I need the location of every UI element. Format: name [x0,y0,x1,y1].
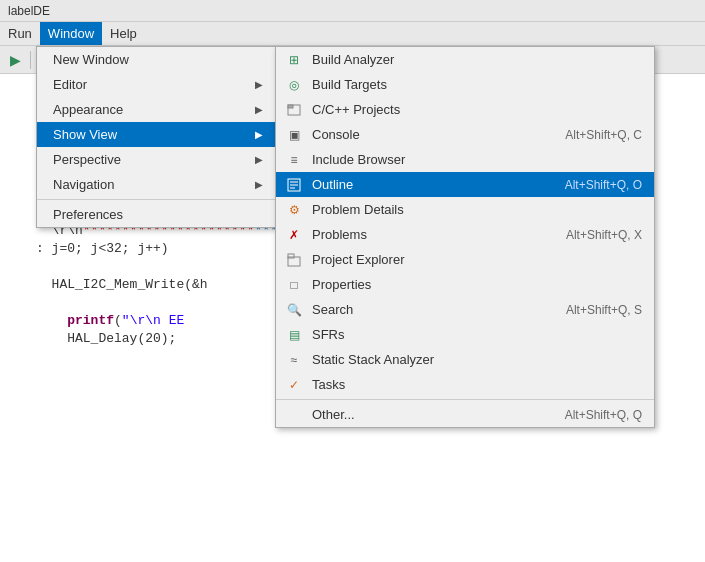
project-explorer-icon [286,252,302,268]
menu-window[interactable]: Window [40,22,102,45]
submenu-properties[interactable]: □ Properties [276,272,654,297]
menu-editor[interactable]: Editor ▶ [37,72,275,97]
static-stack-label: Static Stack Analyzer [312,352,434,367]
problem-details-label: Problem Details [312,202,404,217]
menu-help[interactable]: Help [102,22,145,45]
submenu-tasks[interactable]: ✓ Tasks [276,372,654,397]
submenu-cpp-projects[interactable]: C/C++ Projects [276,97,654,122]
menu-navigation[interactable]: Navigation ▶ [37,172,275,197]
menu-new-window[interactable]: New Window [37,47,275,72]
tasks-icon: ✓ [286,377,302,393]
navigation-label: Navigation [53,177,114,192]
navigation-arrow: ▶ [255,179,263,190]
outline-label: Outline [312,177,353,192]
other-shortcut: Alt+Shift+Q, Q [565,408,642,422]
other-icon [286,407,302,423]
menu-show-view[interactable]: Show View ▶ [37,122,275,147]
search-icon: 🔍 [286,302,302,318]
properties-label: Properties [312,277,371,292]
editor-label: Editor [53,77,87,92]
submenu-outline[interactable]: Outline Alt+Shift+Q, O [276,172,654,197]
submenu-project-explorer[interactable]: Project Explorer [276,247,654,272]
svg-rect-1 [288,105,293,108]
outline-icon [286,177,302,193]
new-window-label: New Window [53,52,129,67]
properties-icon: □ [286,277,302,293]
submenu-static-stack[interactable]: ≈ Static Stack Analyzer [276,347,654,372]
static-stack-icon: ≈ [286,352,302,368]
submenu-problem-details[interactable]: ⚙ Problem Details [276,197,654,222]
console-shortcut: Alt+Shift+Q, C [565,128,642,142]
menu-perspective[interactable]: Perspective ▶ [37,147,275,172]
submenu-sfrs[interactable]: ▤ SFRs [276,322,654,347]
perspective-arrow: ▶ [255,154,263,165]
menu-bar: Run Window Help [0,22,705,46]
preferences-label: Preferences [53,207,123,222]
submenu-build-analyzer[interactable]: ⊞ Build Analyzer [276,47,654,72]
show-view-submenu: ⊞ Build Analyzer ◎ Build Targets C/C++ P… [275,46,655,428]
console-icon: ▣ [286,127,302,143]
submenu-problems[interactable]: ✗ Problems Alt+Shift+Q, X [276,222,654,247]
toolbar-sep-1 [30,51,31,69]
title-bar: labelDE [0,0,705,22]
build-targets-label: Build Targets [312,77,387,92]
problem-details-icon: ⚙ [286,202,302,218]
window-dropdown-menu: New Window Editor ▶ Appearance ▶ Show Vi… [36,46,276,228]
perspective-label: Perspective [53,152,121,167]
window-menu-sep [37,199,275,200]
problems-shortcut: Alt+Shift+Q, X [566,228,642,242]
submenu-search[interactable]: 🔍 Search Alt+Shift+Q, S [276,297,654,322]
include-browser-label: Include Browser [312,152,405,167]
sfrs-label: SFRs [312,327,345,342]
submenu-build-targets[interactable]: ◎ Build Targets [276,72,654,97]
tasks-label: Tasks [312,377,345,392]
problems-icon: ✗ [286,227,302,243]
title-text: labelDE [8,4,50,18]
submenu-sep [276,399,654,400]
problems-label: Problems [312,227,367,242]
sfrs-icon: ▤ [286,327,302,343]
search-shortcut: Alt+Shift+Q, S [566,303,642,317]
appearance-label: Appearance [53,102,123,117]
menu-preferences[interactable]: Preferences [37,202,275,227]
build-targets-icon: ◎ [286,77,302,93]
build-analyzer-icon: ⊞ [286,52,302,68]
cpp-projects-label: C/C++ Projects [312,102,400,117]
appearance-arrow: ▶ [255,104,263,115]
build-analyzer-label: Build Analyzer [312,52,394,67]
project-explorer-label: Project Explorer [312,252,404,267]
search-label: Search [312,302,353,317]
include-browser-icon: ≡ [286,152,302,168]
toolbar-run-btn[interactable]: ▶ [4,49,26,71]
editor-arrow: ▶ [255,79,263,90]
submenu-other[interactable]: Other... Alt+Shift+Q, Q [276,402,654,427]
menu-run[interactable]: Run [0,22,40,45]
submenu-include-browser[interactable]: ≡ Include Browser [276,147,654,172]
console-label: Console [312,127,360,142]
outline-shortcut: Alt+Shift+Q, O [565,178,642,192]
submenu-console[interactable]: ▣ Console Alt+Shift+Q, C [276,122,654,147]
show-view-label: Show View [53,127,117,142]
menu-appearance[interactable]: Appearance ▶ [37,97,275,122]
other-label: Other... [312,407,355,422]
show-view-arrow: ▶ [255,129,263,140]
cpp-projects-icon [286,102,302,118]
